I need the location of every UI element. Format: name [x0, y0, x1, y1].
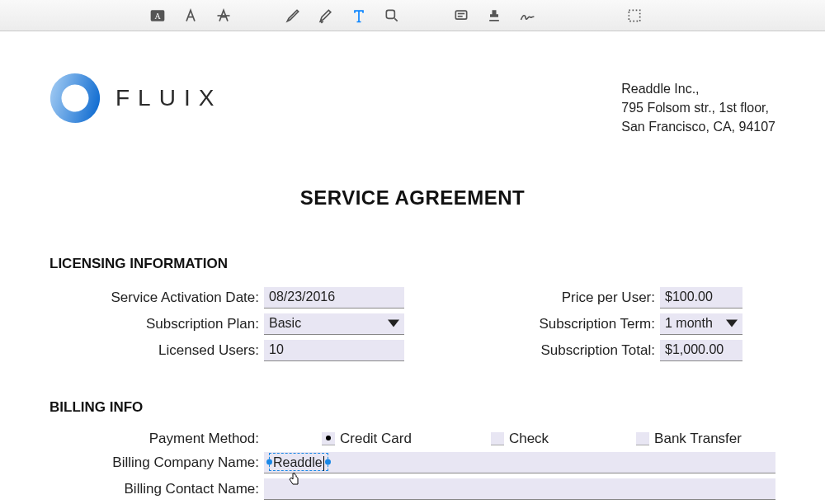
billing-heading: BILLING INFO	[50, 399, 776, 416]
option-credit-card[interactable]: Credit Card	[322, 431, 412, 447]
users-value: 10	[269, 342, 284, 357]
font-icon[interactable]	[182, 7, 200, 25]
total-value: $1,000.00	[665, 342, 724, 357]
select-icon[interactable]	[625, 7, 644, 25]
payment-options: Credit Card Check Bank Transfer	[264, 431, 776, 447]
document-title: SERVICE AGREEMENT	[50, 186, 776, 210]
text-tool-icon[interactable]	[350, 7, 368, 25]
term-value: 1 month	[665, 316, 713, 331]
licensing-heading: LICENSING INFORMATION	[50, 256, 776, 272]
text-styles-icon[interactable]: A	[148, 7, 167, 25]
highlighter-icon[interactable]	[317, 7, 335, 25]
plan-dropdown[interactable]: Basic	[264, 313, 404, 335]
payment-method-label: Payment Method:	[50, 431, 264, 447]
chevron-down-icon	[726, 320, 738, 327]
billing-section: Payment Method: Credit Card Check Bank T…	[50, 431, 776, 504]
toolbar: A	[0, 0, 825, 31]
strikethrough-icon[interactable]	[214, 7, 233, 25]
price-field[interactable]: $100.00	[660, 287, 742, 309]
users-field[interactable]: 10	[264, 340, 404, 361]
licensing-col-left: Service Activation Date: 08/23/2016 Subs…	[50, 287, 404, 366]
option-credit-label: Credit Card	[340, 431, 412, 447]
shape-icon[interactable]	[383, 7, 401, 25]
radio-icon	[322, 432, 335, 445]
svg-text:A: A	[154, 12, 161, 21]
logo-text: FLUIX	[116, 85, 222, 111]
option-check[interactable]: Check	[491, 431, 549, 447]
note-icon[interactable]	[452, 7, 470, 25]
term-label: Subscription Term:	[503, 316, 660, 332]
toolbar-group-annotate	[284, 7, 401, 25]
text-cursor	[323, 456, 324, 471]
activation-date-field[interactable]: 08/23/2016	[264, 287, 404, 309]
toolbar-group-insert	[452, 7, 536, 25]
svg-rect-8	[629, 10, 639, 21]
term-dropdown[interactable]: 1 month	[660, 313, 742, 335]
resize-handle-right[interactable]	[325, 459, 331, 465]
logo: FLUIX	[50, 73, 222, 124]
address-line1: Readdle Inc.,	[621, 79, 776, 98]
total-field[interactable]: $1,000.00	[660, 340, 742, 361]
signature-icon[interactable]	[518, 7, 536, 25]
company-name-value: Readdle	[273, 455, 323, 469]
price-value: $100.00	[665, 290, 713, 304]
document-canvas: FLUIX Readdle Inc., 795 Folsom str., 1st…	[0, 31, 825, 504]
licensing-columns: Service Activation Date: 08/23/2016 Subs…	[50, 287, 776, 366]
toolbar-group-select	[625, 7, 644, 25]
address-line2: 795 Folsom str., 1st floor,	[621, 98, 776, 117]
company-address: Readdle Inc., 795 Folsom str., 1st floor…	[621, 73, 776, 137]
activation-date-label: Service Activation Date:	[50, 290, 264, 306]
price-label: Price per User:	[503, 290, 660, 306]
company-name-field[interactable]: Readdle	[264, 452, 776, 473]
address-line3: San Francisco, CA, 94107	[621, 117, 776, 136]
licensing-col-right: Price per User: $100.00 Subscription Ter…	[503, 287, 776, 366]
company-name-label: Billing Company Name:	[50, 455, 264, 471]
svg-line-4	[394, 18, 397, 21]
svg-rect-5	[455, 11, 466, 19]
plan-label: Subscription Plan:	[50, 316, 264, 332]
option-check-label: Check	[509, 431, 549, 447]
users-label: Licensed Users:	[50, 342, 264, 359]
radio-icon	[491, 432, 504, 445]
text-annotation-editing[interactable]: Readdle	[269, 453, 328, 471]
resize-handle-left[interactable]	[266, 459, 272, 465]
contact-name-label: Billing Contact Name:	[50, 481, 264, 497]
chevron-down-icon	[388, 320, 399, 327]
toolbar-group-text: A	[148, 7, 233, 25]
pen-icon[interactable]	[284, 7, 302, 25]
radio-icon	[636, 432, 649, 445]
svg-rect-3	[386, 10, 394, 18]
option-bank-label: Bank Transfer	[654, 431, 742, 447]
header-row: FLUIX Readdle Inc., 795 Folsom str., 1st…	[50, 73, 776, 137]
contact-name-field[interactable]	[264, 478, 776, 500]
option-bank-transfer[interactable]: Bank Transfer	[636, 431, 742, 447]
stamp-icon[interactable]	[485, 7, 503, 25]
plan-value: Basic	[269, 316, 301, 331]
logo-mark	[50, 73, 101, 124]
total-label: Subscription Total:	[503, 342, 660, 359]
svg-point-9	[50, 73, 101, 124]
activation-date-value: 08/23/2016	[269, 290, 335, 304]
